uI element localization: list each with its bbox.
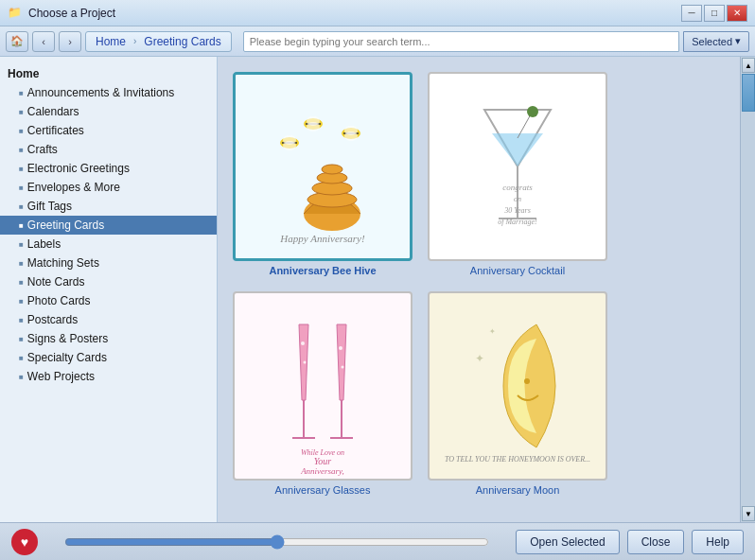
sidebar-item-labels[interactable]: ■ Labels xyxy=(0,235,217,254)
svg-point-31 xyxy=(304,361,307,364)
sidebar-item-envelopes[interactable]: ■ Envelopes & More xyxy=(0,178,217,197)
breadcrumb-home[interactable]: Home xyxy=(88,33,133,50)
window-icon: 📁 xyxy=(8,6,23,21)
card-image-moon: ✦ ✦ TO TELL YOU THE HONEYMOON IS OVER... xyxy=(428,291,607,481)
svg-point-33 xyxy=(342,366,344,369)
svg-point-16 xyxy=(344,131,358,141)
svg-text:congrats: congrats xyxy=(502,183,533,192)
back-button[interactable]: ‹ xyxy=(32,31,55,52)
svg-point-21 xyxy=(527,106,538,117)
sidebar-item-signs-posters[interactable]: ■ Signs & Posters xyxy=(0,329,217,348)
close-button[interactable]: Close xyxy=(627,530,685,554)
search-input[interactable] xyxy=(243,31,679,52)
sidebar-item-photo-cards[interactable]: ■ Photo Cards xyxy=(0,291,217,310)
sidebar-item-certificates[interactable]: ■ Certificates xyxy=(0,121,217,140)
content-area: Happy Anniversary! Anniversary Bee Hive xyxy=(218,57,755,522)
svg-text:Your: Your xyxy=(314,456,332,466)
svg-point-32 xyxy=(339,346,342,350)
favorites-button[interactable]: ♥ xyxy=(11,529,38,555)
svg-point-12 xyxy=(307,122,320,131)
window-controls: ─ □ ✕ xyxy=(681,5,747,22)
sidebar-item-matching-sets[interactable]: ■ Matching Sets xyxy=(0,254,217,272)
sidebar-item-note-cards[interactable]: ■ Note Cards xyxy=(0,272,217,291)
card-cocktail[interactable]: congrats on 30 Years of Marriage! Annive… xyxy=(428,72,607,276)
window-title: Choose a Project xyxy=(28,7,681,20)
card-label-bee-hive: Anniversary Bee Hive xyxy=(269,265,376,276)
sidebar-item-gift-tags[interactable]: ■ Gift Tags xyxy=(0,197,217,216)
card-bee-hive[interactable]: Happy Anniversary! Anniversary Bee Hive xyxy=(233,72,413,276)
slider-area xyxy=(45,534,508,550)
card-image-bee-hive: Happy Anniversary! xyxy=(233,72,413,261)
close-window-button[interactable]: ✕ xyxy=(727,5,747,22)
home-nav-button[interactable]: 🏠 xyxy=(6,31,28,52)
svg-point-37 xyxy=(524,378,530,384)
vertical-scrollbar[interactable]: ▲ ▼ xyxy=(740,57,755,522)
sidebar-item-postcards[interactable]: ■ Postcards xyxy=(0,310,217,329)
svg-text:30 Years: 30 Years xyxy=(503,206,531,215)
sidebar-item-web-projects[interactable]: ■ Web Projects xyxy=(0,367,217,386)
card-label-moon: Anniversary Moon xyxy=(476,484,560,496)
card-moon[interactable]: ✦ ✦ TO TELL YOU THE HONEYMOON IS OVER...… xyxy=(428,291,607,496)
sidebar-item-calendars[interactable]: ■ Calendars xyxy=(0,102,217,121)
help-button[interactable]: Help xyxy=(692,530,744,554)
svg-text:of Marriage!: of Marriage! xyxy=(498,218,537,226)
selected-dropdown-button[interactable]: Selected ▾ xyxy=(683,31,749,52)
svg-text:Anniversary,: Anniversary, xyxy=(300,466,344,476)
card-image-glasses: While Love on Your Anniversary, xyxy=(233,291,413,481)
svg-text:✦: ✦ xyxy=(489,327,496,336)
card-glasses[interactable]: While Love on Your Anniversary, Annivers… xyxy=(233,291,413,496)
card-image-cocktail: congrats on 30 Years of Marriage! xyxy=(428,72,607,261)
sidebar: Home ■ Announcements & Invitations ■ Cal… xyxy=(0,57,218,522)
cards-row-2: While Love on Your Anniversary, Annivers… xyxy=(233,291,740,496)
minimize-button[interactable]: ─ xyxy=(681,5,702,22)
sidebar-item-crafts[interactable]: ■ Crafts xyxy=(0,140,217,159)
svg-text:✦: ✦ xyxy=(475,352,484,365)
svg-text:Happy Anniversary!: Happy Anniversary! xyxy=(279,233,365,244)
breadcrumb: Home › Greeting Cards xyxy=(85,31,232,52)
bottom-bar: ♥ Open Selected Close Help xyxy=(0,522,755,560)
sidebar-item-specialty-cards[interactable]: ■ Specialty Cards xyxy=(0,348,217,367)
zoom-slider[interactable] xyxy=(64,534,489,550)
svg-text:TO TELL YOU THE HONEYMOON IS O: TO TELL YOU THE HONEYMOON IS OVER... xyxy=(445,455,590,464)
sidebar-item-greeting-cards[interactable]: ■ Greeting Cards xyxy=(0,216,217,235)
open-selected-button[interactable]: Open Selected xyxy=(516,530,619,554)
forward-button[interactable]: › xyxy=(59,31,81,52)
svg-point-30 xyxy=(301,341,305,345)
scrollbar-thumb[interactable] xyxy=(742,74,755,112)
main-content: Home ■ Announcements & Invitations ■ Cal… xyxy=(0,57,755,522)
maximize-button[interactable]: □ xyxy=(704,5,725,22)
search-area: Selected ▾ xyxy=(243,31,749,52)
sidebar-item-electronic-greetings[interactable]: ■ Electronic Greetings xyxy=(0,159,217,178)
card-label-cocktail: Anniversary Cocktail xyxy=(470,265,565,276)
svg-text:on: on xyxy=(514,195,521,203)
title-bar: 📁 Choose a Project ─ □ ✕ xyxy=(0,0,755,26)
svg-point-8 xyxy=(283,141,296,150)
svg-point-4 xyxy=(322,165,342,174)
nav-bar: 🏠 ‹ › Home › Greeting Cards Selected ▾ xyxy=(0,26,755,57)
sidebar-item-announcements[interactable]: ■ Announcements & Invitations xyxy=(0,83,217,102)
card-label-glasses: Anniversary Glasses xyxy=(275,484,371,496)
sidebar-item-home[interactable]: Home xyxy=(0,64,217,83)
breadcrumb-current[interactable]: Greeting Cards xyxy=(136,33,228,50)
cards-row-1: Happy Anniversary! Anniversary Bee Hive xyxy=(233,72,740,276)
